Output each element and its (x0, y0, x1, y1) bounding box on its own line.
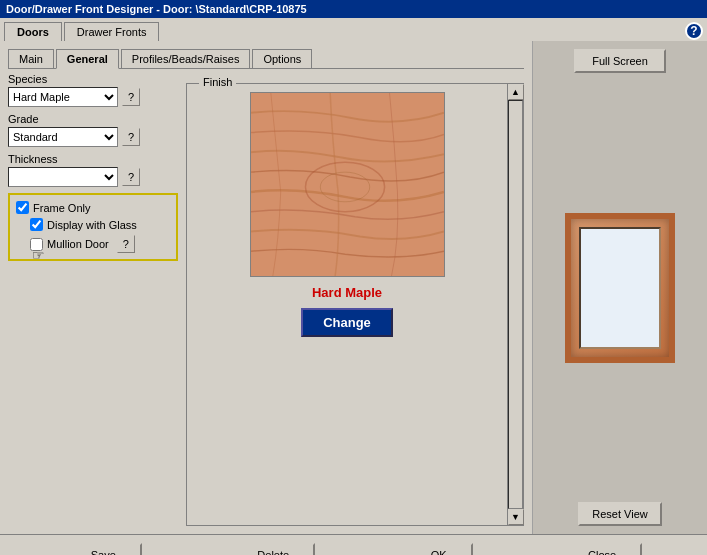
grade-group: Grade Standard Select Premium ? (8, 113, 178, 147)
grade-row: Standard Select Premium ? (8, 127, 178, 147)
delete-button[interactable]: Delete (231, 543, 315, 556)
door-preview-area (541, 81, 699, 494)
finish-legend: Finish (199, 76, 236, 88)
tab-main[interactable]: Main (8, 49, 54, 68)
frame-only-row: Frame Only (16, 201, 170, 214)
save-button[interactable]: Save (65, 543, 142, 556)
wood-texture-image (250, 92, 445, 277)
reset-view-button[interactable]: Reset View (578, 502, 661, 526)
window-title: Door/Drawer Front Designer - Door: \Stan… (6, 3, 307, 15)
grade-select[interactable]: Standard Select Premium (8, 127, 118, 147)
species-label: Species (8, 73, 178, 85)
left-panel: Main General Profiles/Beads/Raises Optio… (0, 41, 532, 534)
help-icon[interactable]: ? (685, 22, 703, 40)
grade-help-button[interactable]: ? (122, 128, 140, 146)
species-row: Hard Maple Cherry Oak ? (8, 87, 178, 107)
species-select[interactable]: Hard Maple Cherry Oak (8, 87, 118, 107)
door-glass (579, 227, 661, 349)
scroll-up-button[interactable]: ▲ (508, 84, 524, 100)
species-help-button[interactable]: ? (122, 88, 140, 106)
mullion-door-checkbox[interactable] (30, 238, 43, 251)
finish-scrollbar[interactable]: ▲ ▼ (507, 84, 523, 525)
finish-inner: Hard Maple Change ▲ ▼ (187, 84, 523, 525)
tab-profiles[interactable]: Profiles/Beads/Raises (121, 49, 251, 68)
right-panel: Full Screen Reset View (532, 41, 707, 534)
mullion-door-row: Mullion Door ? (30, 235, 170, 253)
content-area: Species Hard Maple Cherry Oak ? Grade (4, 69, 528, 530)
thickness-group: Thickness ? (8, 153, 178, 187)
species-name-display: Hard Maple (312, 285, 382, 300)
tab-options[interactable]: Options (252, 49, 312, 68)
thickness-select[interactable] (8, 167, 118, 187)
wood-grain-svg (251, 93, 444, 276)
scroll-down-button[interactable]: ▼ (508, 509, 524, 525)
thickness-help-button[interactable]: ? (122, 168, 140, 186)
mullion-help-button[interactable]: ? (117, 235, 135, 253)
thickness-row: ? (8, 167, 178, 187)
door-frame (565, 213, 675, 363)
door-preview (565, 213, 675, 363)
change-button[interactable]: Change (301, 308, 393, 337)
bottom-bar: Save Delete OK Close (0, 534, 707, 555)
species-group: Species Hard Maple Cherry Oak ? (8, 73, 178, 107)
frame-only-checkbox[interactable] (16, 201, 29, 214)
doors-tab-button[interactable]: Doors (4, 22, 62, 41)
close-button[interactable]: Close (562, 543, 642, 556)
finish-content: Hard Maple Change (187, 84, 507, 525)
drawer-fronts-tab-button[interactable]: Drawer Fronts (64, 22, 160, 41)
full-screen-button[interactable]: Full Screen (574, 49, 666, 73)
finish-fieldset: Finish (186, 83, 524, 526)
sub-tab-strip: Main General Profiles/Beads/Raises Optio… (8, 49, 524, 69)
display-glass-row: Display with Glass (30, 218, 170, 231)
ok-button[interactable]: OK (405, 543, 473, 556)
display-with-glass-checkbox[interactable] (30, 218, 43, 231)
checkbox-group: Frame Only Display with Glass Mullion Do… (8, 193, 178, 261)
grade-label: Grade (8, 113, 178, 125)
title-bar: Door/Drawer Front Designer - Door: \Stan… (0, 0, 707, 18)
main-container: Main General Profiles/Beads/Raises Optio… (0, 41, 707, 534)
tab-general[interactable]: General (56, 49, 119, 69)
top-tab-bar: Doors Drawer Fronts ? (0, 18, 707, 41)
scroll-track[interactable] (508, 100, 523, 509)
thickness-label: Thickness (8, 153, 178, 165)
left-controls: Species Hard Maple Cherry Oak ? Grade (8, 73, 178, 526)
frame-only-label: Frame Only (33, 202, 90, 214)
display-glass-label: Display with Glass (47, 219, 137, 231)
mullion-door-label: Mullion Door (47, 238, 109, 250)
